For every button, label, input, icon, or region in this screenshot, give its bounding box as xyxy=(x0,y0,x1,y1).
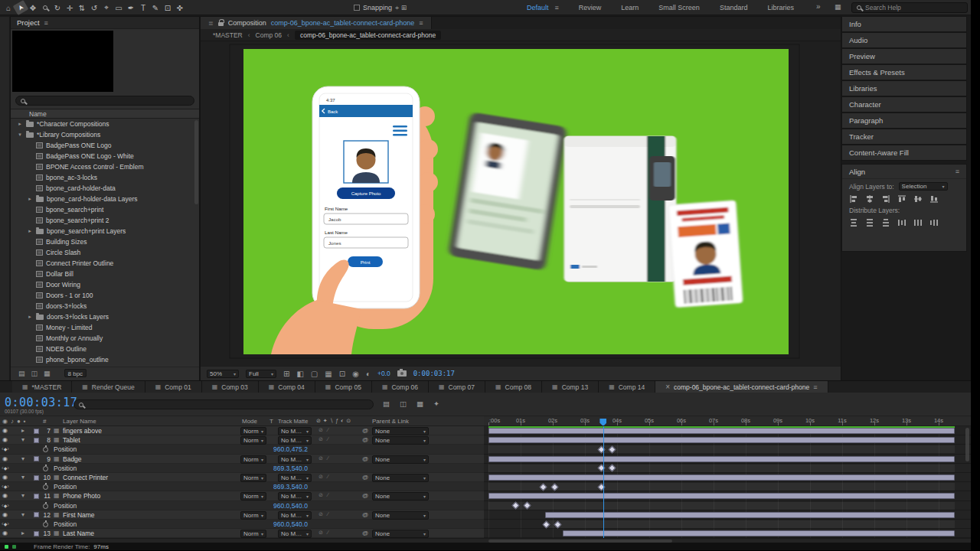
breadcrumb-master[interactable]: *MASTER xyxy=(213,31,243,39)
dolly-camera-tool[interactable]: ⇅ xyxy=(77,2,87,14)
layer-switches[interactable]: ⊘∕ xyxy=(318,492,333,498)
bit-depth-button[interactable]: 8 bpc xyxy=(64,369,87,377)
project-item-comp[interactable]: Circle Slash xyxy=(11,247,199,258)
project-item-comp[interactable]: Doors - 1 or 100 xyxy=(11,290,199,301)
parent-select[interactable]: None▾ xyxy=(372,427,429,435)
panel-tab-preview[interactable]: Preview xyxy=(842,49,966,64)
property-name[interactable]: Position xyxy=(54,483,77,491)
panel-menu-icon[interactable]: ≡ xyxy=(419,19,423,27)
position-property-row[interactable]: ‹◆›Position869.3,540.0 xyxy=(0,464,484,473)
breadcrumb-comp-06[interactable]: Comp 06 xyxy=(256,31,283,39)
column-layer-name[interactable]: Layer Name xyxy=(63,418,96,425)
label-color-swatch[interactable] xyxy=(34,512,39,517)
position-property-row[interactable]: ‹◆›Position869.3,540.0 xyxy=(0,482,484,491)
eye-icon[interactable]: ◉ xyxy=(2,455,8,462)
new-comp-icon[interactable]: ▦ xyxy=(44,370,51,377)
blend-mode-select[interactable]: Norm▾ xyxy=(240,436,266,445)
workspace-review[interactable]: Review xyxy=(579,4,602,11)
timeline-tab-comp-08[interactable]: ▦Comp 08 xyxy=(485,381,542,393)
eye-icon[interactable]: ◉ xyxy=(2,436,8,443)
project-item-folder[interactable]: ▾*Library Compositions xyxy=(11,129,199,140)
home-tool[interactable]: ⌂ xyxy=(3,2,14,14)
project-item-comp[interactable]: BPONE Access Control - Emblem xyxy=(11,161,199,172)
timeline-layer-row[interactable]: ◉▾9▦BadgeNorm▾No Matte▾⊘∕@None▾ xyxy=(0,455,484,464)
pen-tool[interactable]: ✒ xyxy=(126,2,136,14)
label-color-swatch[interactable] xyxy=(34,531,39,536)
parent-select[interactable]: None▾ xyxy=(372,492,429,500)
workspace-menu-icon[interactable]: ≡ xyxy=(555,4,559,11)
layer-switches[interactable]: ⊘∕ xyxy=(318,455,333,461)
property-name[interactable]: Position xyxy=(54,502,77,510)
label-color-swatch[interactable] xyxy=(34,456,39,461)
stopwatch-icon[interactable] xyxy=(43,522,48,527)
label-color-swatch[interactable] xyxy=(34,438,39,443)
align-left-icon[interactable] xyxy=(849,194,858,204)
twirl-icon[interactable]: ▸ xyxy=(27,314,33,320)
align-layers-to-select[interactable]: Selection▾ xyxy=(899,182,948,191)
distribute-left-icon[interactable] xyxy=(897,218,906,227)
workspace-overflow-chevron[interactable]: » xyxy=(816,2,821,11)
layer-duration-bar[interactable] xyxy=(488,428,955,434)
timeline-layer-row[interactable]: ◉▾10▦Connect PrinterNorm▾No Matte▾⊘∕@Non… xyxy=(0,473,484,482)
snapping-option-icon-0[interactable]: ⌖ xyxy=(395,4,399,11)
exposure-icon[interactable]: ◐ xyxy=(366,370,371,378)
panel-menu-icon[interactable]: ≡ xyxy=(44,19,48,27)
align-bottom-icon[interactable] xyxy=(929,194,939,204)
layer-duration-bar[interactable] xyxy=(563,530,955,536)
layer-switches[interactable]: ⊘∕ xyxy=(318,530,333,536)
viewer-timecode[interactable]: 0:00:03:17 xyxy=(413,370,455,377)
align-right-icon[interactable] xyxy=(881,194,890,204)
workspace-learn[interactable]: Learn xyxy=(621,4,639,11)
parent-pickwhip-icon[interactable]: @ xyxy=(362,530,368,536)
timeline-tab-comp-13[interactable]: ▦Comp 13 xyxy=(542,381,599,393)
project-item-comp[interactable]: Connect Printer Outline xyxy=(11,258,199,269)
layer-switches[interactable]: ⊘∕ xyxy=(318,427,333,433)
eye-icon[interactable]: ◉ xyxy=(2,492,8,499)
timeline-tab-comp-05[interactable]: ▦Comp 05 xyxy=(315,381,372,393)
parent-pickwhip-icon[interactable]: @ xyxy=(362,436,368,443)
hand-tool[interactable]: ✥ xyxy=(28,2,38,14)
mask-visibility-icon[interactable]: ◧ xyxy=(296,370,303,378)
distribute-bottom-icon[interactable] xyxy=(881,218,890,227)
timeline-layer-row[interactable]: ◉▸13▦Last NameNorm▾No Matte▾⊘∕@None▾ xyxy=(0,529,484,538)
timeline-layer-row[interactable]: ◉▾11▦Phone PhotoNorm▾No Matte▾⊘∕@None▾ xyxy=(0,491,484,500)
stopwatch-icon[interactable] xyxy=(43,484,48,490)
blend-mode-select[interactable]: Norm▾ xyxy=(240,530,266,538)
snapping-toggle[interactable]: Snapping ⌖ ⊞ xyxy=(354,0,407,15)
proxy-icon[interactable]: ◫ xyxy=(31,370,38,377)
panel-tab-character[interactable]: Character xyxy=(842,97,966,112)
align-top-icon[interactable] xyxy=(897,194,906,204)
project-item-comp[interactable]: Door Wiring xyxy=(11,279,199,290)
label-color-swatch[interactable] xyxy=(34,494,39,499)
region-of-interest-icon[interactable]: ▢ xyxy=(311,370,318,378)
layer-twirl-icon[interactable]: ▾ xyxy=(21,474,24,481)
position-property-row[interactable]: ‹◆›Position960.0,475.2 xyxy=(0,445,484,454)
project-item-folder[interactable]: ▸bpone_card-holder-data Layers xyxy=(11,194,199,204)
align-v-center-icon[interactable] xyxy=(913,194,923,204)
project-scrollbar[interactable] xyxy=(194,120,198,204)
keyframe-navigator[interactable]: ‹◆› xyxy=(2,502,9,509)
timeline-tab-master[interactable]: ▦*MASTER xyxy=(12,381,72,393)
snapping-option-icon-1[interactable]: ⊞ xyxy=(401,4,407,11)
project-item-comp[interactable]: Building Sizes xyxy=(11,236,199,247)
distribute-top-icon[interactable] xyxy=(849,218,858,227)
twirl-icon[interactable]: ▾ xyxy=(17,132,23,138)
distribute-h-center-icon[interactable] xyxy=(913,218,923,227)
parent-select[interactable]: None▾ xyxy=(372,530,429,538)
timeline-tab-comp-06[interactable]: ▦Comp 06 xyxy=(372,381,429,393)
keyframe-navigator[interactable]: ‹◆› xyxy=(2,483,9,490)
column-track-matte[interactable]: Track Matte xyxy=(278,418,308,425)
exposure-value[interactable]: +0.0 xyxy=(377,370,390,377)
column-mode[interactable]: Mode xyxy=(242,418,257,425)
track-matte-select[interactable]: No Matte▾ xyxy=(278,427,312,435)
time-ruler[interactable]: :00s01s02s03s04s05s06s07s08s09s10s11s12s… xyxy=(484,416,971,426)
column-t[interactable]: T xyxy=(270,418,273,425)
layer-duration-bar[interactable] xyxy=(545,512,956,518)
project-name-column-header[interactable]: Name xyxy=(11,109,199,119)
orbit-camera-tool[interactable]: ↻ xyxy=(52,2,63,14)
stopwatch-icon[interactable] xyxy=(43,447,48,452)
help-search-box[interactable]: Search Help xyxy=(851,2,968,13)
label-color-swatch[interactable] xyxy=(34,429,39,434)
playhead-handle[interactable] xyxy=(599,419,606,426)
keyframe-navigator[interactable]: ‹◆› xyxy=(2,465,9,471)
